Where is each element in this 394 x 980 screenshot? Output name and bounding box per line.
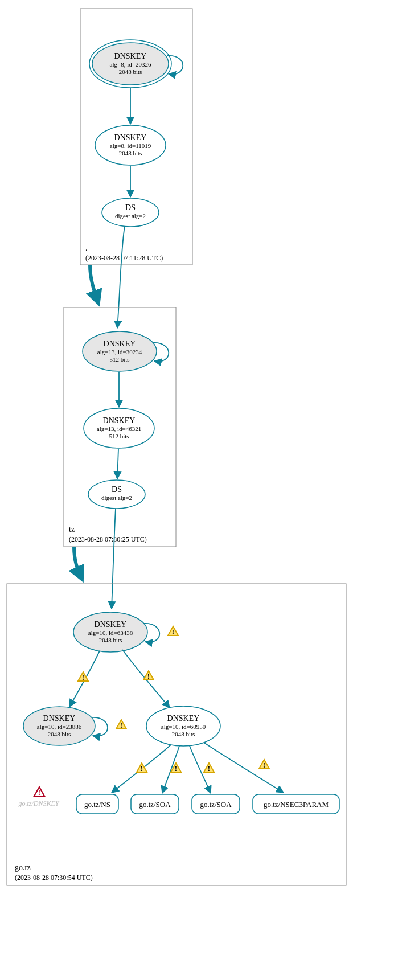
rrset-soa-2: go.tz/SOA <box>192 794 240 814</box>
gotz-zsk-alg: alg=10, id=60950 <box>161 723 206 730</box>
gotz-ksk-title: DNSKEY <box>95 620 127 629</box>
node-root-ds: DS digest alg=2 <box>102 198 159 227</box>
root-ds-alg: digest alg=2 <box>115 212 146 219</box>
tz-ksk-alg: alg=13, id=30234 <box>97 348 142 355</box>
node-gotz-ksk: DNSKEY alg=10, id=63438 2048 bits <box>73 612 147 652</box>
tz-zsk-bits: 512 bits <box>109 433 129 440</box>
node-tz-ksk: DNSKEY alg=13, id=30234 512 bits <box>83 331 157 371</box>
ghost-dnskey-label: go.tz/DNSKEY <box>18 799 59 807</box>
root-zsk-bits: 2048 bits <box>119 150 142 157</box>
node-gotz-zsk: DNSKEY alg=10, id=60950 2048 bits <box>146 706 220 746</box>
svg-text:!: ! <box>263 761 265 769</box>
svg-text:go.tz/NS: go.tz/NS <box>84 800 110 809</box>
root-ksk-alg: alg=8, id=20326 <box>110 61 151 68</box>
root-ksk-bits: 2048 bits <box>119 68 142 75</box>
node-root-zsk: DNSKEY alg=8, id=11019 2048 bits <box>95 125 166 165</box>
rrset-ns: go.tz/NS <box>76 794 118 814</box>
gotz-k2-bits: 2048 bits <box>48 731 71 737</box>
tz-ksk-title: DNSKEY <box>104 339 136 348</box>
warning-icon: ! <box>204 763 214 773</box>
zone-ts-gotz: (2023-08-28 07:30:54 UTC) <box>15 874 93 881</box>
edge-tz-zsk-to-ds <box>117 449 118 479</box>
rrset-nsec3param: go.tz/NSEC3PARAM <box>253 794 339 814</box>
gotz-zsk-bits: 2048 bits <box>172 731 195 737</box>
root-zsk-title: DNSKEY <box>114 133 147 142</box>
svg-text:go.tz/SOA: go.tz/SOA <box>139 800 171 809</box>
edge-delegation-root-to-tz <box>90 265 98 302</box>
node-root-ksk: DNSKEY alg=8, id=20326 2048 bits <box>89 40 171 88</box>
gotz-zsk-title: DNSKEY <box>167 714 200 723</box>
tz-ds-title: DS <box>112 485 122 494</box>
gotz-ksk-bits: 2048 bits <box>99 637 122 643</box>
zone-name-root: . <box>85 244 88 252</box>
edge-zsk-to-nsec3 <box>204 743 284 793</box>
warning-icon: ! <box>116 720 126 729</box>
svg-text:!: ! <box>141 764 143 773</box>
svg-text:!: ! <box>147 672 150 680</box>
svg-text:!: ! <box>38 788 40 797</box>
svg-text:!: ! <box>208 764 210 773</box>
zone-name-tz: tz <box>69 525 75 534</box>
warning-icon: ! <box>259 760 269 769</box>
gotz-ksk-alg: alg=10, id=63438 <box>88 629 133 636</box>
svg-text:go.tz/NSEC3PARAM: go.tz/NSEC3PARAM <box>264 800 329 809</box>
node-gotz-key-23886: DNSKEY alg=10, id=23886 2048 bits <box>23 707 95 745</box>
warning-icon: ! <box>137 763 147 773</box>
svg-text:!: ! <box>172 628 174 636</box>
zone-name-gotz: go.tz <box>15 863 31 872</box>
root-ds-title: DS <box>125 203 136 212</box>
tz-zsk-alg: alg=13, id=46321 <box>97 425 141 432</box>
tz-ksk-bits: 512 bits <box>109 356 129 363</box>
error-icon: ! <box>34 787 44 797</box>
gotz-k2-title: DNSKEY <box>43 714 76 723</box>
svg-text:!: ! <box>175 764 177 773</box>
root-ksk-title: DNSKEY <box>114 52 147 60</box>
svg-text:!: ! <box>82 673 84 682</box>
zone-ts-root: (2023-08-28 07:11:28 UTC) <box>85 254 163 262</box>
node-tz-zsk: DNSKEY alg=13, id=46321 512 bits <box>84 408 154 448</box>
dnssec-auth-graph: . (2023-08-28 07:11:28 UTC) DNSKEY alg=8… <box>0 0 394 980</box>
svg-text:!: ! <box>120 721 122 729</box>
root-zsk-alg: alg=8, id=11019 <box>110 142 151 149</box>
rrset-soa-1: go.tz/SOA <box>131 794 179 814</box>
edge-tz-ds-to-gotz-ksk <box>112 509 116 609</box>
edge-root-ds-to-tz-ksk <box>117 226 125 328</box>
warning-icon: ! <box>143 671 154 680</box>
tz-zsk-title: DNSKEY <box>103 416 136 425</box>
tz-ds-alg: digest alg=2 <box>101 494 132 501</box>
gotz-k2-alg: alg=10, id=23886 <box>37 723 82 730</box>
edge-delegation-tz-to-gotz <box>74 547 81 578</box>
svg-text:go.tz/SOA: go.tz/SOA <box>200 800 232 809</box>
warning-icon: ! <box>168 626 178 636</box>
zone-ts-tz: (2023-08-28 07:30:25 UTC) <box>69 535 147 543</box>
node-tz-ds: DS digest alg=2 <box>88 480 145 509</box>
